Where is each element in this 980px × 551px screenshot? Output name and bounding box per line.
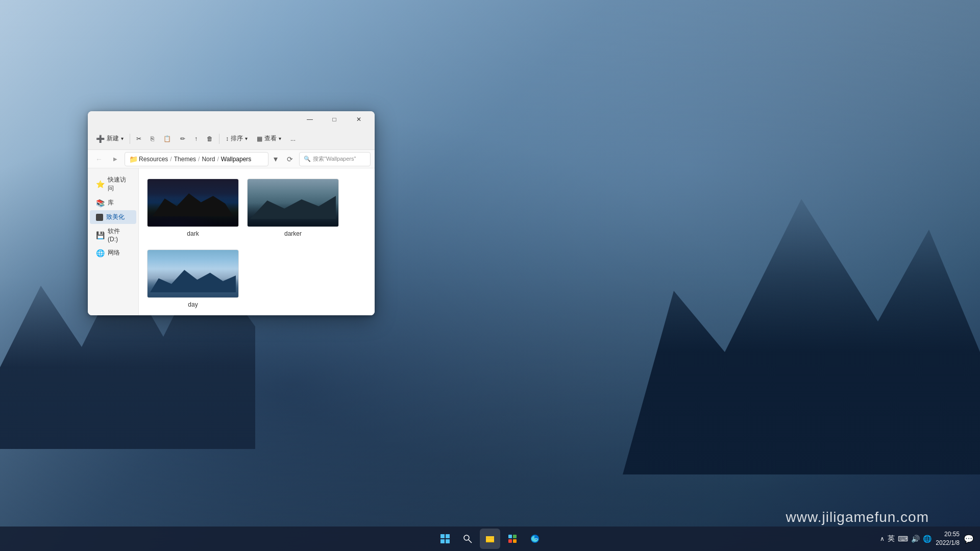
rename-button[interactable]: ✏ [176,131,189,147]
watermark: www.jiligamefun.com [786,509,929,525]
toolbar: ➕ 新建 ▾ ✂ ⎘ 📋 ✏ ↑ 🗑 ↕ 排序 ▾ ▦ 查看 [88,128,375,150]
new-dropdown-icon: ▾ [121,136,124,141]
file-item-darker[interactable]: darker [247,177,339,239]
cut-icon: ✂ [136,135,141,142]
svg-rect-9 [513,539,517,543]
maximize-button[interactable]: □ [323,111,346,128]
svg-rect-6 [508,535,512,538]
taskbar-right: ∧ 英 ⌨ 🔊 🌐 20:55 2022/1/8 💬 [880,530,980,547]
breadcrumb-resources[interactable]: Resources [139,156,168,163]
file-explorer-taskbar-button[interactable] [480,529,500,549]
share-button[interactable]: ↑ [190,131,202,147]
address-dropdown-button[interactable]: ▾ [271,152,281,166]
search-icon: 🔍 [304,156,311,162]
breadcrumb-nord[interactable]: Nord [202,156,215,163]
search-placeholder: 搜索"Wallpapers" [313,155,356,163]
start-button[interactable] [435,529,455,549]
thumbnail-day [147,249,239,298]
sidebar-item-library[interactable]: 📚 库 [90,196,136,210]
breadcrumb-wallpapers[interactable]: Wallpapers [221,156,252,163]
file-label-darker: darker [284,230,302,237]
search-taskbar-button[interactable] [457,529,478,549]
clock-date: 2022/1/8 [936,539,960,547]
taskbar-center [435,529,545,549]
svg-rect-3 [446,539,450,543]
file-item-dark[interactable]: dark [147,177,239,239]
thumb-dark-preview [148,179,238,227]
view-button[interactable]: ▦ 查看 ▾ [253,131,285,147]
forward-breadcrumb-icon: ▶ [108,152,122,166]
file-item-day[interactable]: day [147,247,239,310]
delete-button[interactable]: 🗑 [203,131,217,147]
taskbar-clock[interactable]: 20:55 2022/1/8 [936,530,960,547]
browser-taskbar-button[interactable] [525,529,545,549]
drive-icon: 💾 [96,231,105,239]
sidebar-item-network[interactable]: 🌐 网络 [90,246,136,260]
breadcrumb-sep-2: / [198,156,200,163]
sort-dropdown-icon: ▾ [245,136,248,141]
speaker-icon[interactable]: 🔊 [911,535,920,543]
sidebar-label-beautify: 致美化 [106,213,125,221]
address-bar: ← ▶ 📁 Resources / Themes / Nord / Wallpa… [88,150,375,168]
star-icon: ⭐ [96,180,105,188]
sidebar-label-quick-access: 快速访问 [108,176,130,193]
svg-rect-2 [440,539,445,543]
toolbar-divider-1 [130,134,130,144]
explorer-window: — □ ✕ ➕ 新建 ▾ ✂ ⎘ 📋 ✏ ↑ 🗑 ↕ [88,111,375,315]
search-box[interactable]: 🔍 搜索"Wallpapers" [299,152,371,166]
store-taskbar-button[interactable] [502,529,523,549]
svg-line-5 [469,540,472,543]
back-button[interactable]: ← [92,152,106,166]
sort-icon: ↕ [226,135,229,142]
sidebar-label-library: 库 [108,198,114,207]
content-area: dark darker day [139,168,375,315]
delete-icon: 🗑 [207,135,213,142]
keyboard-icon: ⌨ [898,535,908,543]
thumb-darker-preview [248,179,338,227]
chevron-up-icon[interactable]: ∧ [880,535,885,542]
language-indicator[interactable]: 英 [888,534,895,543]
breadcrumb-folder-icon: 📁 [129,155,138,163]
sidebar-item-beautify[interactable]: 致美化 [90,210,136,224]
cut-button[interactable]: ✂ [132,131,145,147]
svg-rect-7 [513,535,517,538]
copy-button[interactable]: ⎘ [146,131,158,147]
explorer-main: ⭐ 快速访问 📚 库 致美化 💾 软件 (D:) 🌐 网络 [88,168,375,315]
thumb-day-preview [148,250,238,297]
sidebar: ⭐ 快速访问 📚 库 致美化 💾 软件 (D:) 🌐 网络 [88,168,139,315]
title-bar-buttons: — □ ✕ [298,111,371,128]
taskbar-sys-icons: ∧ 英 ⌨ 🔊 🌐 [880,534,932,543]
clock-time: 20:55 [936,530,960,539]
beautify-icon [96,214,103,221]
breadcrumb-sep-1: / [170,156,172,163]
sort-button[interactable]: ↕ 排序 ▾ [222,131,252,147]
file-grid: dark darker day [147,177,366,310]
notification-button[interactable]: 💬 [964,534,974,544]
network-icon: 🌐 [96,249,105,257]
close-button[interactable]: ✕ [347,111,371,128]
sidebar-label-network: 网络 [108,248,120,257]
sidebar-item-quick-access[interactable]: ⭐ 快速访问 [90,173,136,195]
network-status-icon[interactable]: 🌐 [923,535,932,543]
view-dropdown-icon: ▾ [279,136,281,141]
copy-icon: ⎘ [151,135,154,142]
breadcrumb[interactable]: 📁 Resources / Themes / Nord / Wallpapers [125,152,268,166]
more-button[interactable]: ... [286,131,300,147]
sidebar-item-software-d[interactable]: 💾 软件 (D:) [90,224,136,245]
thumbnail-darker [247,179,339,227]
breadcrumb-sep-3: / [217,156,218,163]
paste-button[interactable]: 📋 [159,131,175,147]
file-label-day: day [188,301,198,308]
minimize-button[interactable]: — [298,111,322,128]
new-button[interactable]: ➕ 新建 ▾ [92,131,128,147]
toolbar-divider-2 [219,134,219,144]
svg-rect-8 [508,539,512,543]
svg-rect-1 [446,534,450,538]
sidebar-label-software-d: 软件 (D:) [108,227,130,243]
breadcrumb-themes[interactable]: Themes [174,156,196,163]
library-icon: 📚 [96,199,105,207]
file-label-dark: dark [187,230,199,237]
title-bar: — □ ✕ [88,111,375,128]
view-icon: ▦ [257,135,262,142]
refresh-button[interactable]: ⟳ [283,152,297,166]
